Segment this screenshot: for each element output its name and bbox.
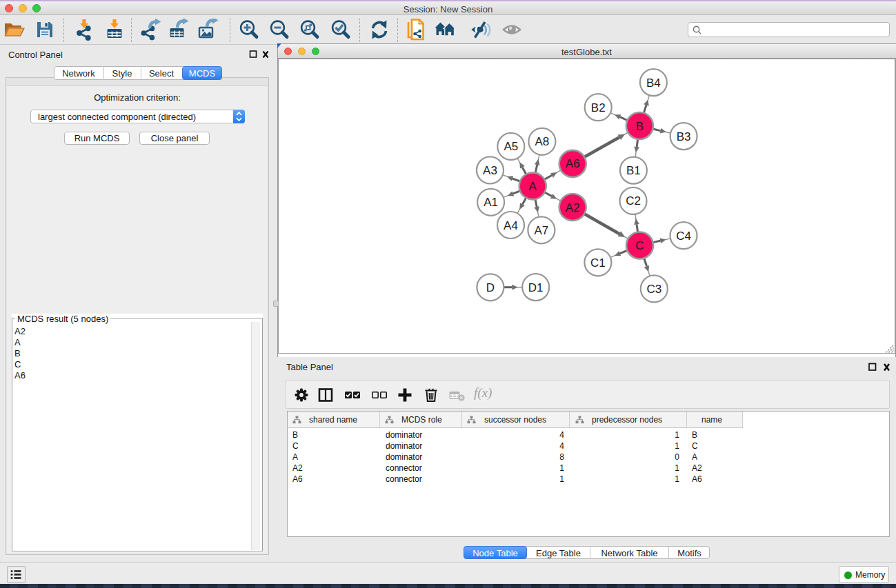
svg-text:C: C xyxy=(635,239,644,252)
svg-text:B: B xyxy=(636,120,644,133)
svg-text:B4: B4 xyxy=(646,77,661,90)
svg-text:A: A xyxy=(529,180,537,193)
svg-text:A5: A5 xyxy=(504,140,518,153)
svg-text:C2: C2 xyxy=(626,194,641,207)
svg-text:C4: C4 xyxy=(676,230,691,243)
svg-text:A2: A2 xyxy=(566,201,580,214)
svg-text:A6: A6 xyxy=(566,157,580,170)
svg-text:A7: A7 xyxy=(535,224,549,237)
svg-text:B3: B3 xyxy=(677,130,691,143)
svg-text:A4: A4 xyxy=(504,219,518,232)
svg-text:C3: C3 xyxy=(646,283,661,296)
svg-text:C1: C1 xyxy=(590,256,606,270)
svg-text:A3: A3 xyxy=(483,164,497,177)
svg-text:B1: B1 xyxy=(626,164,641,177)
svg-text:A1: A1 xyxy=(484,196,498,209)
svg-text:D: D xyxy=(486,281,495,294)
svg-text:B2: B2 xyxy=(591,101,606,114)
svg-text:D1: D1 xyxy=(528,281,544,294)
svg-text:A8: A8 xyxy=(535,135,550,148)
